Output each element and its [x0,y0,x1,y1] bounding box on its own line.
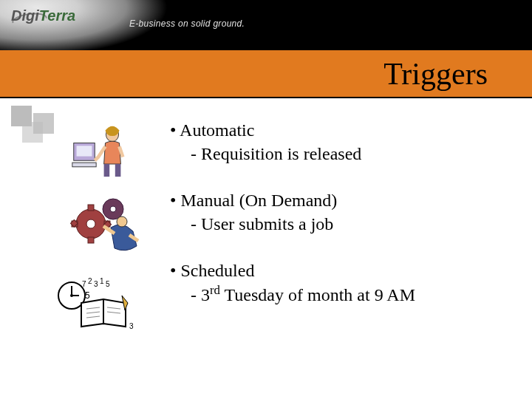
svg-rect-9 [88,237,94,243]
sub-text: - Requisition is released [170,142,510,166]
svg-text:1: 1 [100,277,104,285]
company-logo: DigiTerra [11,7,75,24]
bullet-list: Automatic - Requisition is released Manu… [170,118,510,329]
company-tagline: E-business on solid ground. [129,18,245,29]
sub-text: - 3rd Tuesday of month at 9 AM [170,282,510,307]
gears-worker-icon [70,191,144,260]
list-item: Scheduled - 3rd Tuesday of month at 9 AM [170,259,510,307]
svg-point-20 [70,294,73,297]
svg-point-15 [110,206,116,212]
list-item: Automatic - Requisition is released [170,118,510,166]
logo-text-part-a: Digi [11,7,39,24]
bullet-text: Manual (On Demand) [170,188,510,212]
svg-text:7: 7 [82,280,86,288]
svg-rect-1 [77,146,92,156]
svg-text:5: 5 [85,290,90,301]
svg-text:5: 5 [106,280,110,288]
svg-rect-2 [72,163,96,167]
svg-point-16 [117,216,127,227]
svg-text:2: 2 [88,277,92,285]
bullet-text: Scheduled [170,259,510,282]
bullet-text: Automatic [170,118,510,142]
sub-text: - User submits a job [170,212,510,236]
svg-rect-4 [104,164,110,177]
svg-text:3: 3 [94,280,98,288]
person-computer-icon [70,122,140,181]
slide-header: DigiTerra E-business on solid ground. [0,0,532,50]
slide-title: Triggers [383,56,488,92]
svg-rect-8 [88,205,94,211]
clock-book-icon: 7 2 3 1 5 5 3 [55,273,144,335]
title-bar: Triggers [0,50,532,98]
logo-text-part-b: Terra [39,7,75,24]
svg-text:3: 3 [129,322,134,330]
list-item: Manual (On Demand) - User submits a job [170,188,510,236]
svg-rect-5 [115,164,121,177]
svg-point-7 [86,219,95,228]
